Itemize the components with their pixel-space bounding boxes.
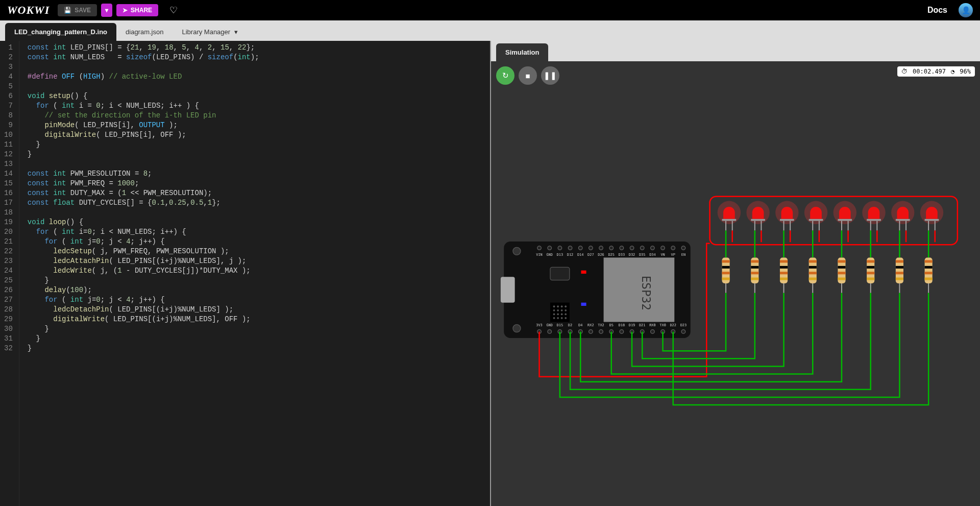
svg-point-36 — [599, 246, 603, 250]
svg-point-46 — [651, 246, 655, 250]
save-icon: 💾 — [64, 7, 71, 14]
svg-point-70 — [620, 330, 624, 334]
tab-diagram[interactable]: diagram.json — [116, 23, 173, 41]
avatar[interactable]: 👤 — [959, 3, 973, 17]
svg-point-38 — [609, 246, 614, 250]
docs-link[interactable]: Docs — [927, 6, 947, 15]
svg-rect-154 — [896, 219, 910, 221]
share-button[interactable]: ➤ SHARE — [116, 4, 158, 16]
tab-simulation[interactable]: Simulation — [496, 43, 548, 61]
svg-rect-106 — [751, 272, 758, 274]
save-button[interactable]: 💾 SAVE — [58, 4, 97, 16]
svg-rect-143 — [867, 219, 881, 221]
svg-rect-5 — [581, 303, 586, 306]
svg-text:GND: GND — [546, 323, 553, 327]
svg-text:RX2: RX2 — [587, 323, 594, 327]
svg-point-19 — [565, 313, 567, 315]
svg-point-30 — [568, 246, 572, 250]
svg-text:D2: D2 — [568, 323, 572, 327]
chevron-down-icon: ▾ — [234, 28, 238, 36]
tab-library-label: Library Manager — [182, 28, 230, 36]
svg-text:D23: D23 — [680, 323, 687, 327]
svg-rect-6 — [550, 267, 570, 280]
svg-point-16 — [553, 313, 555, 315]
svg-text:D27: D27 — [587, 253, 594, 257]
svg-point-13 — [557, 309, 559, 311]
code-body[interactable]: const int LED_PINS[] = {21, 19, 18, 5, 4… — [19, 41, 259, 506]
svg-text:D22: D22 — [670, 323, 676, 327]
svg-point-34 — [589, 246, 593, 250]
svg-rect-140 — [838, 278, 845, 280]
svg-rect-159 — [896, 260, 903, 262]
svg-point-24 — [537, 246, 542, 250]
svg-text:D15: D15 — [557, 323, 564, 327]
svg-rect-129 — [809, 278, 817, 280]
svg-rect-88 — [722, 219, 737, 221]
svg-point-21 — [557, 317, 559, 319]
svg-text:D35: D35 — [639, 253, 646, 257]
svg-rect-99 — [751, 219, 765, 221]
svg-rect-127 — [809, 266, 817, 269]
svg-rect-165 — [925, 219, 939, 221]
tab-file[interactable]: LED_changing_pattern_D.ino — [5, 23, 116, 41]
svg-point-76 — [651, 330, 655, 334]
svg-rect-105 — [751, 266, 758, 269]
svg-rect-95 — [722, 272, 730, 274]
svg-text:VN: VN — [660, 253, 665, 257]
svg-rect-172 — [925, 272, 933, 274]
save-dropdown-button[interactable]: ▾ — [101, 4, 112, 17]
svg-text:TX0: TX0 — [659, 323, 666, 327]
circuit-svg: ESP32VINGNDD13D12D14D27D26D25D33D32D35D3… — [491, 61, 980, 506]
tab-library-manager[interactable]: Library Manager ▾ — [173, 23, 247, 41]
topbar: WOKWI 💾 SAVE ▾ ➤ SHARE ♡ Docs 👤 — [0, 0, 980, 20]
svg-rect-126 — [809, 260, 817, 262]
svg-point-48 — [661, 246, 665, 250]
svg-text:EN: EN — [681, 253, 685, 257]
heart-icon[interactable]: ♡ — [169, 5, 178, 16]
svg-rect-161 — [896, 272, 903, 274]
save-label: SAVE — [75, 7, 91, 14]
svg-text:D32: D32 — [629, 253, 635, 257]
svg-point-64 — [589, 330, 593, 334]
svg-point-82 — [681, 330, 685, 334]
svg-point-26 — [548, 246, 552, 250]
svg-rect-94 — [722, 266, 730, 269]
code-editor[interactable]: 1234567891011121314151617181920212223242… — [0, 41, 490, 506]
svg-text:D18: D18 — [619, 323, 625, 327]
svg-rect-162 — [896, 278, 903, 280]
svg-point-84 — [513, 247, 521, 255]
svg-rect-116 — [780, 266, 788, 269]
svg-rect-115 — [780, 260, 788, 262]
svg-text:D26: D26 — [598, 253, 604, 257]
simulation-canvas[interactable]: ↻ ■ ❚❚ ⏱ 00:02.497 ◔ 96% ESP32VINGNDD13D… — [491, 61, 980, 506]
editor-tabbar: LED_changing_pattern_D.ino diagram.json … — [0, 20, 980, 41]
svg-rect-132 — [838, 219, 852, 221]
svg-rect-171 — [925, 266, 933, 269]
svg-rect-2 — [604, 257, 675, 322]
line-gutter: 1234567891011121314151617181920212223242… — [0, 41, 19, 506]
svg-text:TX2: TX2 — [598, 323, 604, 327]
svg-rect-1 — [501, 277, 515, 302]
svg-point-17 — [557, 313, 559, 315]
chevron-down-icon: ▾ — [105, 7, 108, 14]
svg-point-56 — [548, 330, 552, 334]
svg-text:D33: D33 — [619, 253, 625, 257]
svg-point-20 — [553, 317, 555, 319]
svg-text:D25: D25 — [608, 253, 615, 257]
svg-point-23 — [565, 317, 567, 319]
svg-rect-96 — [722, 278, 730, 280]
svg-rect-107 — [751, 278, 758, 280]
svg-point-52 — [681, 246, 685, 250]
logo[interactable]: WOKWI — [7, 4, 54, 17]
svg-rect-104 — [751, 260, 758, 262]
svg-point-15 — [565, 309, 567, 311]
svg-rect-173 — [925, 278, 933, 280]
svg-text:D21: D21 — [639, 323, 646, 327]
svg-text:GND: GND — [546, 253, 553, 257]
svg-point-85 — [513, 325, 521, 332]
svg-point-9 — [557, 305, 559, 307]
svg-text:3V3: 3V3 — [536, 323, 543, 327]
svg-rect-128 — [809, 272, 817, 274]
svg-point-18 — [561, 313, 563, 315]
svg-text:VIN: VIN — [536, 253, 543, 257]
